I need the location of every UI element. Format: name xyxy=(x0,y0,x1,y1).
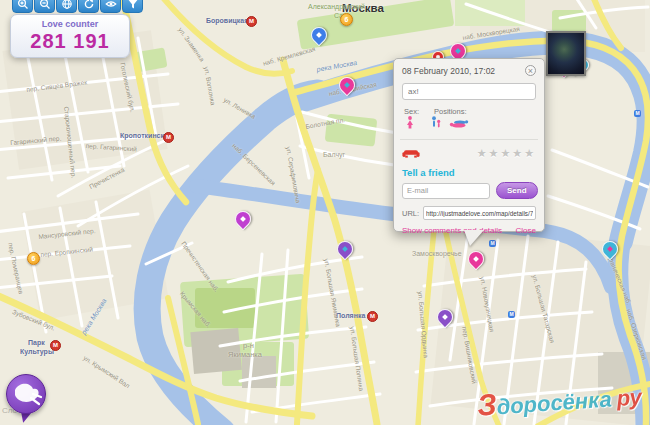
eye-button[interactable] xyxy=(100,0,121,13)
sofa-icon xyxy=(402,144,420,162)
cluster-count-badge[interactable]: 6 xyxy=(27,252,40,265)
cluster-doodle-icon xyxy=(6,374,44,412)
close-link[interactable]: Close xyxy=(516,226,536,235)
refresh-button[interactable] xyxy=(78,0,99,13)
url-input[interactable] xyxy=(423,206,536,220)
watermark-part-1: З xyxy=(476,387,498,421)
send-button[interactable]: Send xyxy=(496,182,538,199)
filter-icon xyxy=(127,0,139,10)
watermark-part-3: ру xyxy=(616,384,643,411)
zoom-out-icon xyxy=(39,0,51,10)
url-label: URL: xyxy=(402,209,419,218)
female-icon xyxy=(405,115,415,133)
love-counter-value: 281 191 xyxy=(11,30,129,53)
watermark-part-2: доросёнка xyxy=(496,386,613,419)
refresh-icon xyxy=(83,0,95,10)
name-field[interactable] xyxy=(402,83,536,100)
details-popup: 08 February 2010, 17:02 × Sex: Positions… xyxy=(393,58,545,232)
position-icon-lying xyxy=(449,115,469,133)
tell-a-friend-heading: Tell a friend xyxy=(402,167,536,178)
zoom-out-button[interactable] xyxy=(34,0,55,13)
zoom-in-icon xyxy=(17,0,29,10)
cluster-marker[interactable] xyxy=(6,374,44,412)
map-pin[interactable] xyxy=(232,208,255,231)
popup-divider xyxy=(400,139,538,140)
map-pin[interactable] xyxy=(336,74,359,97)
rating-stars[interactable]: ★★★★★ xyxy=(477,147,536,160)
love-counter-label: Love counter xyxy=(11,19,129,29)
cluster-count-badge[interactable]: 6 xyxy=(340,13,353,26)
show-comments-link[interactable]: Show comments and details xyxy=(402,226,502,235)
photo-thumbnail[interactable] xyxy=(546,31,586,76)
map-pin[interactable] xyxy=(434,306,457,329)
map-pin[interactable] xyxy=(465,248,488,271)
close-icon[interactable]: × xyxy=(525,65,536,76)
popup-timestamp: 08 February 2010, 17:02 xyxy=(402,66,495,76)
map-pin[interactable] xyxy=(599,238,622,261)
eye-icon xyxy=(105,0,117,10)
email-input[interactable] xyxy=(402,183,490,199)
map-page: МоскваАлександровскийСадБоровицкаяКропот… xyxy=(0,0,650,425)
map-pin[interactable] xyxy=(334,238,357,261)
filter-button[interactable] xyxy=(122,0,143,13)
globe-icon xyxy=(61,0,73,10)
map-pin[interactable] xyxy=(308,24,331,47)
globe-button[interactable] xyxy=(56,0,77,13)
love-counter-panel: Love counter 281 191 xyxy=(10,14,130,58)
position-icon-standing xyxy=(430,115,443,133)
zoom-in-button[interactable] xyxy=(12,0,33,13)
map-toolbar xyxy=(12,0,143,13)
popup-pointer-tail xyxy=(464,230,484,246)
